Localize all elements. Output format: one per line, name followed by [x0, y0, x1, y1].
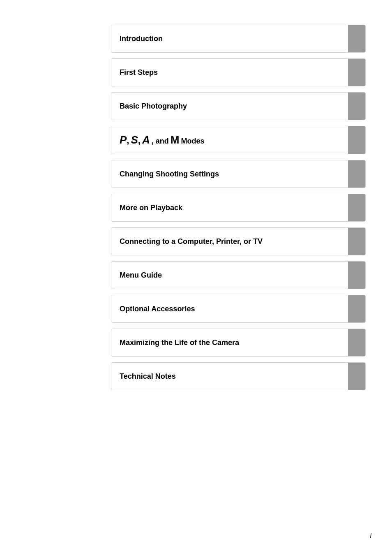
toc-label-basic-photography: Basic Photography — [120, 102, 187, 111]
toc-tab-maximizing-life — [348, 329, 365, 356]
psam-a: A — [142, 134, 150, 146]
toc-item-introduction[interactable]: Introduction — [111, 25, 366, 53]
toc-item-content-connecting-computer: Connecting to a Computer, Printer, or TV — [111, 228, 348, 255]
toc-tab-more-on-playback — [348, 194, 365, 221]
page-number: i — [370, 532, 371, 540]
toc-label-technical-notes: Technical Notes — [120, 372, 176, 381]
toc-tab-technical-notes — [348, 363, 365, 390]
page-container: Introduction First Steps Basic Photograp… — [0, 0, 392, 556]
toc-item-optional-accessories[interactable]: Optional Accessories — [111, 295, 366, 323]
toc-label-maximizing-life: Maximizing the Life of the Camera — [120, 338, 239, 347]
toc-item-changing-shooting-settings[interactable]: Changing Shooting Settings — [111, 160, 366, 188]
toc-item-technical-notes[interactable]: Technical Notes — [111, 362, 366, 390]
toc-item-more-on-playback[interactable]: More on Playback — [111, 194, 366, 222]
toc-label-introduction: Introduction — [120, 35, 163, 43]
toc-tab-changing-shooting-settings — [348, 160, 365, 188]
toc-label-more-on-playback: More on Playback — [120, 204, 182, 212]
toc-item-content-optional-accessories: Optional Accessories — [111, 295, 348, 322]
toc-label-changing-shooting-settings: Changing Shooting Settings — [120, 170, 219, 178]
toc-item-content-maximizing-life: Maximizing the Life of the Camera — [111, 329, 348, 356]
toc-item-menu-guide[interactable]: Menu Guide — [111, 261, 366, 289]
psam-s: S — [131, 134, 138, 146]
psam-modes-text: Modes — [181, 137, 204, 146]
toc-tab-menu-guide — [348, 262, 365, 289]
psam-and: , and — [152, 137, 169, 146]
toc-tab-psam-modes — [348, 126, 365, 154]
toc-tab-introduction — [348, 25, 365, 52]
toc-tab-first-steps — [348, 59, 365, 86]
toc-tab-basic-photography — [348, 93, 365, 120]
toc-label-connecting-computer: Connecting to a Computer, Printer, or TV — [120, 237, 263, 246]
toc-label-psam-modes: P, S, A , and M Modes — [120, 134, 204, 146]
psam-m: M — [171, 134, 180, 146]
toc-tab-connecting-computer — [348, 228, 365, 255]
toc-item-content-technical-notes: Technical Notes — [111, 363, 348, 390]
toc-item-basic-photography[interactable]: Basic Photography — [111, 92, 366, 120]
toc-item-connecting-computer[interactable]: Connecting to a Computer, Printer, or TV — [111, 227, 366, 255]
toc-item-psam-modes[interactable]: P, S, A , and M Modes — [111, 126, 366, 154]
toc-item-content-changing-shooting-settings: Changing Shooting Settings — [111, 160, 348, 188]
toc-tab-optional-accessories — [348, 295, 365, 322]
toc-label-menu-guide: Menu Guide — [120, 271, 162, 280]
toc-item-content-introduction: Introduction — [111, 25, 348, 52]
toc-label-first-steps: First Steps — [120, 68, 158, 77]
psam-p: P — [120, 134, 127, 146]
toc-item-content-first-steps: First Steps — [111, 59, 348, 86]
toc-label-optional-accessories: Optional Accessories — [120, 305, 195, 313]
toc-item-content-more-on-playback: More on Playback — [111, 194, 348, 221]
toc-item-content-menu-guide: Menu Guide — [111, 262, 348, 289]
toc-item-content-basic-photography: Basic Photography — [111, 93, 348, 120]
toc-item-maximizing-life[interactable]: Maximizing the Life of the Camera — [111, 329, 366, 357]
toc-list: Introduction First Steps Basic Photograp… — [111, 25, 366, 396]
toc-item-content-psam-modes: P, S, A , and M Modes — [111, 126, 348, 154]
toc-item-first-steps[interactable]: First Steps — [111, 58, 366, 86]
